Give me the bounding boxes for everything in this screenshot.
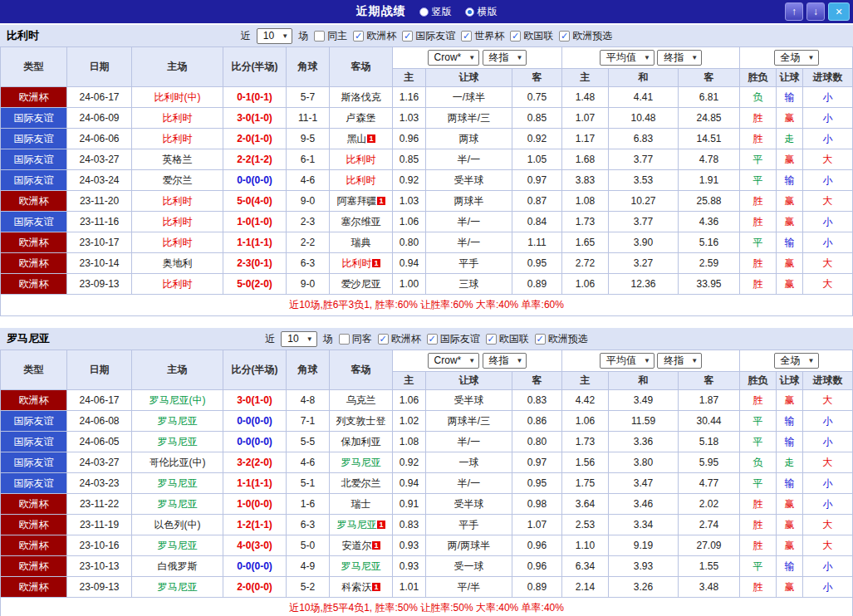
home-team-cell[interactable]: 罗马尼亚 xyxy=(132,577,223,598)
column-header: 角球 xyxy=(287,350,330,390)
corner-count: 7-1 xyxy=(287,411,330,432)
handicap-result-flag: 赢 xyxy=(777,108,803,129)
home-team-cell[interactable]: 比利时 xyxy=(132,274,223,295)
final-odds-dropdown[interactable]: 终指▼ xyxy=(483,353,527,369)
away-team-cell[interactable]: 斯洛伐克 xyxy=(330,87,393,108)
handicap-home-odds: 0.92 xyxy=(393,452,426,473)
away-team-cell[interactable]: 阿塞拜疆1 xyxy=(330,191,393,212)
scroll-up-button[interactable]: ↑ xyxy=(785,2,803,21)
handicap-result-flag: 赢 xyxy=(777,515,803,535)
avg-home-odds: 1.68 xyxy=(562,149,609,170)
scroll-down-button[interactable]: ↓ xyxy=(806,2,825,21)
match-scope-dropdown[interactable]: 全场▼ xyxy=(774,50,819,66)
league-filter-checkbox[interactable]: ✓欧洲杯 xyxy=(353,29,396,43)
league-filter-checkbox[interactable]: ✓欧洲预选 xyxy=(535,332,588,346)
away-team-cell[interactable]: 列支敦士登 xyxy=(330,411,393,432)
league-filter-checkbox[interactable]: ✓欧国联 xyxy=(486,332,529,346)
home-team-cell[interactable]: 英格兰 xyxy=(132,149,223,170)
bookmaker-dropdown[interactable]: Crow*▼ xyxy=(428,353,480,369)
recent-count-dropdown[interactable]: 10▼ xyxy=(281,331,316,347)
handicap-line: 半/一 xyxy=(426,212,512,232)
avg-home-odds: 6.34 xyxy=(562,556,609,577)
home-team-cell[interactable]: 罗马尼亚(中) xyxy=(132,390,223,411)
away-team-cell[interactable]: 罗马尼亚 xyxy=(330,452,393,473)
away-team-cell[interactable]: 科索沃1 xyxy=(330,577,393,598)
home-team-cell[interactable]: 罗马尼亚 xyxy=(132,432,223,452)
radio-horizontal-layout[interactable]: 横版 xyxy=(465,5,498,19)
league-filter-checkbox[interactable]: ✓欧洲预选 xyxy=(559,29,612,43)
final-odds-dropdown[interactable]: 终指▼ xyxy=(657,50,702,66)
away-team-cell[interactable]: 比利时 xyxy=(330,149,393,170)
avg-away-odds: 25.88 xyxy=(679,191,740,212)
home-team-cell[interactable]: 白俄罗斯 xyxy=(132,556,223,577)
match-type-badge: 国际友谊 xyxy=(1,170,67,191)
away-team-cell[interactable]: 瑞典 xyxy=(330,232,393,253)
league-filter-checkbox[interactable]: ✓国际友谊 xyxy=(402,29,455,43)
titlebar: 近期战绩 竖版 横版 ↑ ↓ ✕ xyxy=(0,0,853,23)
handicap-line: 一球 xyxy=(426,452,512,473)
away-team-cell[interactable]: 保加利亚 xyxy=(330,432,393,452)
same-venue-checkbox[interactable]: 同客 xyxy=(339,332,372,346)
match-type-badge: 国际友谊 xyxy=(1,108,67,129)
league-filter-checkbox[interactable]: ✓国际友谊 xyxy=(427,332,480,346)
home-team-cell[interactable]: 比利时(中) xyxy=(132,87,223,108)
home-team-cell[interactable]: 比利时 xyxy=(132,108,223,129)
match-type-badge: 欧洲杯 xyxy=(1,515,67,535)
handicap-home-odds: 0.93 xyxy=(393,535,426,556)
table-row: 欧洲杯23-09-13比利时5-0(2-0)9-0爱沙尼亚1.00三球0.891… xyxy=(1,274,853,295)
away-team-cell[interactable]: 比利时 xyxy=(330,170,393,191)
avg-away-odds: 14.51 xyxy=(679,129,740,149)
handicap-away-odds: 1.05 xyxy=(512,149,562,170)
avg-draw-odds: 10.48 xyxy=(609,108,679,129)
recent-count-dropdown[interactable]: 10▼ xyxy=(257,28,292,44)
match-type-badge: 国际友谊 xyxy=(1,129,67,149)
home-team-cell[interactable]: 罗马尼亚 xyxy=(132,473,223,494)
match-scope-dropdown[interactable]: 全场▼ xyxy=(774,353,819,369)
final-odds-dropdown[interactable]: 终指▼ xyxy=(657,353,702,369)
away-team-name: 罗马尼亚 xyxy=(341,457,381,468)
corner-count: 9-0 xyxy=(287,191,330,212)
radio-vertical-layout[interactable]: 竖版 xyxy=(419,5,452,19)
average-odds-dropdown[interactable]: 平均值▼ xyxy=(600,50,654,66)
final-odds-dropdown[interactable]: 终指▼ xyxy=(483,50,527,66)
away-team-cell[interactable]: 比利时1 xyxy=(330,253,393,274)
away-team-cell[interactable]: 安道尔1 xyxy=(330,535,393,556)
match-score: 5-0(4-0) xyxy=(223,191,287,212)
home-team-cell[interactable]: 罗马尼亚 xyxy=(132,494,223,515)
close-button[interactable]: ✕ xyxy=(828,2,850,21)
avg-home-odds: 1.10 xyxy=(562,535,609,556)
away-team-cell[interactable]: 瑞士 xyxy=(330,494,393,515)
home-team-cell[interactable]: 哥伦比亚(中) xyxy=(132,452,223,473)
home-team-name: 比利时 xyxy=(163,133,193,144)
corner-count: 9-0 xyxy=(287,274,330,295)
home-team-cell[interactable]: 罗马尼亚 xyxy=(132,535,223,556)
away-team-cell[interactable]: 黑山1 xyxy=(330,129,393,149)
home-team-cell[interactable]: 爱尔兰 xyxy=(132,170,223,191)
league-filter-checkbox-label: 欧洲预选 xyxy=(548,332,588,346)
home-team-cell[interactable]: 比利时 xyxy=(132,232,223,253)
league-filter-checkbox[interactable]: ✓欧洲杯 xyxy=(378,332,421,346)
home-team-cell[interactable]: 罗马尼亚 xyxy=(132,411,223,432)
match-score: 1-0(1-0) xyxy=(223,212,287,232)
league-filter-checkbox[interactable]: ✓欧国联 xyxy=(510,29,553,43)
away-team-cell[interactable]: 乌克兰 xyxy=(330,390,393,411)
home-team-cell[interactable]: 奥地利 xyxy=(132,253,223,274)
away-team-cell[interactable]: 卢森堡 xyxy=(330,108,393,129)
subcolumn-header: 主 xyxy=(393,69,426,87)
home-team-cell[interactable]: 比利时 xyxy=(132,191,223,212)
match-scope-dropdown-value: 全场 xyxy=(781,51,801,65)
home-team-cell[interactable]: 以色列(中) xyxy=(132,515,223,535)
away-team-cell[interactable]: 罗马尼亚1 xyxy=(330,515,393,535)
away-team-cell[interactable]: 塞尔维亚 xyxy=(330,212,393,232)
bookmaker-dropdown[interactable]: Crow*▼ xyxy=(428,50,480,66)
average-odds-dropdown[interactable]: 平均值▼ xyxy=(600,353,654,369)
handicap-away-odds: 0.85 xyxy=(512,108,562,129)
home-team-cell[interactable]: 比利时 xyxy=(132,212,223,232)
league-filter-checkbox[interactable]: ✓世界杯 xyxy=(461,29,504,43)
away-team-cell[interactable]: 罗马尼亚 xyxy=(330,556,393,577)
away-team-cell[interactable]: 爱沙尼亚 xyxy=(330,274,393,295)
home-team-cell[interactable]: 比利时 xyxy=(132,129,223,149)
same-venue-checkbox[interactable]: 同主 xyxy=(314,29,347,43)
match-type-badge: 国际友谊 xyxy=(1,212,67,232)
away-team-cell[interactable]: 北爱尔兰 xyxy=(330,473,393,494)
